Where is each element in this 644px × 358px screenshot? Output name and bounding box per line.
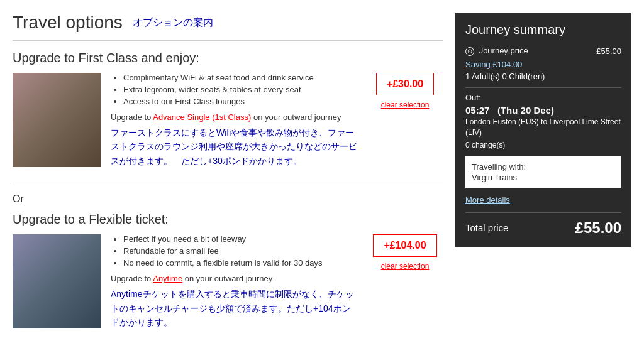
benefit-item: Complimentary WiFi & at seat food and dr… — [123, 73, 357, 82]
page-header: Travel options オプションの案内 — [13, 13, 443, 41]
benefit-item: Extra legroom, wider seats & tables at e… — [123, 85, 357, 94]
sidebar: Journey summary ⊙ Journey price £55.00 S… — [455, 13, 631, 345]
flexible-image-placeholder — [13, 234, 101, 328]
first-class-details: Complimentary WiFi & at seat food and dr… — [111, 73, 357, 168]
first-class-upgrade-text: Upgrade to Advance Single (1st Class) on… — [111, 112, 357, 122]
saving-text: Saving £104.00 — [465, 60, 621, 69]
first-class-heading: Upgrade to First Class and enjoy: — [13, 51, 443, 65]
total-label: Total price — [465, 222, 508, 233]
benefit-item: Access to our First Class lounges — [123, 97, 357, 106]
page-title: Travel options — [13, 13, 123, 33]
divider-1 — [465, 87, 621, 88]
journey-price-row: ⊙ Journey price £55.00 — [465, 46, 621, 56]
flexible-japanese-text: Anytimeチケットを購入すると乗車時間に制限がなく、チケットのキャンセルチャ… — [111, 287, 357, 329]
first-class-image-placeholder — [13, 73, 101, 167]
journey-price-icon: ⊙ — [465, 47, 474, 56]
more-details-link[interactable]: More details — [465, 195, 510, 205]
journey-price-value: £55.00 — [596, 46, 621, 56]
first-class-clear-selection[interactable]: clear selection — [381, 100, 430, 109]
flexible-price-col: +£104.00 clear selection — [367, 234, 443, 271]
route-text: London Euston (EUS) to Liverpool Lime St… — [465, 117, 621, 138]
flexible-benefit-item: Perfect if you need a bit of leeway — [123, 234, 357, 244]
flexible-clear-selection[interactable]: clear selection — [381, 262, 430, 271]
main-content: Travel options オプションの案内 Upgrade to First… — [13, 13, 443, 345]
flexible-benefit-item: No need to commit, a flexible return is … — [123, 258, 357, 268]
journey-price-label: ⊙ Journey price — [465, 46, 528, 56]
flexible-section: Upgrade to a Flexible ticket: Perfect if… — [13, 212, 443, 329]
or-divider: Or — [13, 193, 443, 205]
first-class-japanese-text: ファーストクラスにするとWifiや食事や飲み物が付き、ファーストクラスのラウンジ… — [111, 126, 357, 168]
flexible-upgrade-link[interactable]: Anytime — [153, 274, 182, 283]
changes-text: 0 change(s) — [465, 141, 621, 149]
departure-time: 05:27 (Thu 20 Dec) — [465, 105, 621, 116]
first-class-section: Upgrade to First Class and enjoy: Compli… — [13, 51, 443, 183]
flexible-benefits-list: Perfect if you need a bit of leeway Refu… — [111, 234, 357, 268]
first-class-price-col: +£30.00 clear selection — [367, 73, 443, 109]
first-class-upgrade-link[interactable]: Advance Single (1st Class) — [153, 112, 251, 122]
total-price-row: Total price £55.00 — [465, 212, 621, 237]
out-label: Out: — [465, 93, 621, 102]
first-class-price-button[interactable]: +£30.00 — [376, 73, 434, 95]
first-class-image — [13, 73, 101, 167]
flexible-benefit-item: Refundable for a small fee — [123, 246, 357, 256]
flexible-upgrade-text: Upgrade to Anytime on your outward journ… — [111, 274, 357, 283]
journey-summary-box: Journey summary ⊙ Journey price £55.00 S… — [455, 13, 631, 247]
japanese-subtitle: オプションの案内 — [133, 16, 213, 30]
journey-summary-title: Journey summary — [465, 23, 621, 37]
first-class-row: Complimentary WiFi & at seat food and dr… — [13, 73, 443, 168]
travelling-box: Travelling with: Virgin Trains — [465, 156, 621, 188]
flexible-details: Perfect if you need a bit of leeway Refu… — [111, 234, 357, 329]
flexible-image — [13, 234, 101, 328]
adults-text: 1 Adult(s) 0 Child(ren) — [465, 72, 621, 81]
flexible-price-button[interactable]: +£104.00 — [373, 234, 436, 257]
flexible-heading: Upgrade to a Flexible ticket: — [13, 212, 443, 227]
flexible-row: Perfect if you need a bit of leeway Refu… — [13, 234, 443, 329]
travelling-label: Travelling with: — [472, 162, 615, 171]
total-amount: £55.00 — [575, 219, 621, 237]
travelling-name: Virgin Trains — [472, 173, 615, 182]
first-class-benefits-list: Complimentary WiFi & at seat food and dr… — [111, 73, 357, 106]
